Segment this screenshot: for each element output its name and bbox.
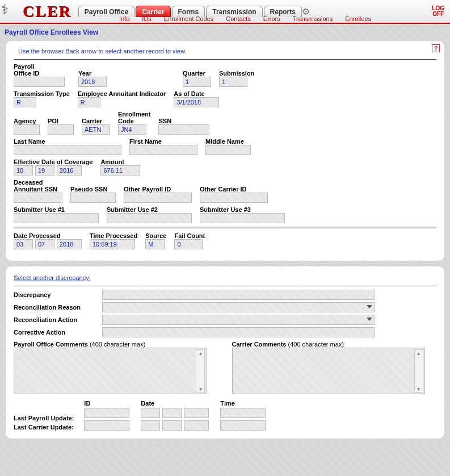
app-header: CLER Payroll Office Carrier Forms Transm…	[0, 0, 450, 24]
help-icon[interactable]: ?	[432, 44, 440, 52]
enrollee-panel: ? Use the browser Back arrow to select a…	[6, 41, 444, 261]
label-fail-count: Fail Count	[174, 232, 205, 239]
header-update-time: Time	[220, 400, 266, 407]
scrollbar-icon[interactable]: ▴▾	[196, 349, 205, 393]
field-carrier-update-date-mm	[141, 420, 160, 431]
subtab-contacts[interactable]: Contacts	[226, 15, 250, 22]
field-payroll-update-date-mm	[141, 408, 160, 418]
header-update-date: Date	[141, 400, 209, 407]
sub-tabs: Info IDs Enrollment Codes Contacts Error…	[119, 15, 371, 22]
field-carrier-update-id	[84, 420, 129, 431]
field-corrective	[102, 327, 375, 337]
field-carrier: AETN	[82, 124, 110, 135]
field-carrier-update-date-dd	[162, 420, 182, 431]
subtab-transmissions[interactable]: Transmissions	[293, 15, 333, 22]
field-sub1	[14, 213, 99, 223]
label-recon-action: Reconciliation Action	[14, 316, 99, 323]
field-sub3	[200, 213, 285, 223]
label-other-payroll-id: Other Payroll ID	[124, 186, 192, 193]
field-payroll-update-time	[220, 408, 266, 418]
label-discrepancy: Discrepancy	[14, 291, 99, 298]
select-recon-reason[interactable]	[102, 302, 375, 312]
label-eff-date: Effective Date of Coverage	[14, 158, 92, 165]
label-last-payroll-update: Last Payroll Update:	[14, 415, 74, 421]
field-first-name	[129, 145, 197, 155]
field-ssn	[158, 124, 209, 135]
label-date-processed: Date Processed	[14, 232, 82, 239]
textarea-po-comments[interactable]: ▴▾	[14, 348, 207, 394]
field-transmission-type: R	[14, 97, 36, 107]
label-first-name: First Name	[129, 138, 197, 145]
field-discrepancy	[102, 290, 375, 300]
label-source: Source	[145, 232, 166, 239]
label-carrier: Carrier	[82, 118, 110, 124]
field-emp-ann-ind: R	[78, 97, 100, 107]
label-amount: Amount	[100, 158, 140, 165]
label-deceased-ssn: DeceasedAnnuitant SSN	[14, 179, 62, 193]
label-year: Year	[78, 70, 107, 77]
label-corrective: Corrective Action	[14, 329, 99, 336]
header-update-id: ID	[84, 400, 129, 407]
label-carrier-comments: Carrier Comments (400 character max)	[232, 341, 437, 348]
label-agency: Agency	[14, 118, 40, 124]
field-payroll-update-id	[84, 408, 129, 418]
subtab-errors[interactable]: Errors	[263, 15, 280, 22]
field-eff-dd: 19	[35, 165, 54, 176]
field-dp-mm: 03	[14, 239, 33, 249]
label-as-of-date: As of Date	[174, 90, 219, 97]
label-other-carrier-id: Other Carrier ID	[200, 186, 268, 193]
field-dp-dd: 07	[35, 239, 54, 249]
label-time-processed: Time Processed	[90, 232, 137, 239]
subtab-enrollment-codes[interactable]: Enrollment Codes	[164, 15, 213, 22]
field-fail-count: 0	[174, 239, 203, 249]
field-carrier-update-time	[220, 420, 266, 431]
label-sub1: Submitter Use #1	[14, 206, 99, 213]
logoff-button[interactable]: LOG OFF	[432, 6, 444, 17]
field-payroll-office-id	[14, 77, 65, 87]
label-emp-ann-ind: Employee Annuitant Indicator	[78, 90, 166, 97]
label-last-carrier-update: Last Carrier Update:	[14, 424, 74, 431]
textarea-carrier-comments[interactable]: ▴▾	[232, 348, 425, 394]
field-eff-yy: 2016	[57, 165, 82, 176]
field-pseudo-ssn	[70, 193, 116, 203]
subtab-info[interactable]: Info	[119, 15, 129, 22]
field-source: M	[145, 239, 165, 249]
label-ssn: SSN	[158, 118, 209, 124]
label-submission: Submission	[219, 70, 254, 77]
caduceus-icon	[3, 3, 12, 20]
field-dp-yy: 2018	[57, 239, 82, 249]
select-discrepancy-link[interactable]: Select another discrepancy:	[14, 274, 91, 281]
app-logo: CLER	[23, 2, 72, 20]
page-title: Payroll Office Enrollees View	[0, 24, 450, 39]
hint-text: Use the browser Back arrow to select ano…	[18, 48, 436, 55]
field-sub2	[107, 213, 192, 223]
label-pseudo-ssn: Pseudo SSN	[70, 186, 116, 193]
scrollbar-icon[interactable]: ▴▾	[414, 349, 423, 393]
subtab-enrollees[interactable]: Enrollees	[345, 15, 371, 22]
field-other-payroll-id	[124, 193, 192, 203]
label-middle-name: Middle Name	[205, 138, 251, 145]
select-recon-action[interactable]	[102, 315, 375, 325]
field-deceased-ssn	[14, 193, 62, 203]
label-sub2: Submitter Use #2	[107, 206, 192, 213]
label-poi: POI	[48, 118, 74, 124]
field-quarter: 1	[183, 77, 211, 87]
label-recon-reason: Reconciliation Reason	[14, 304, 99, 311]
label-po-comments: Payroll Office Comments (400 character m…	[14, 341, 218, 348]
label-sub3: Submitter Use #3	[200, 206, 285, 213]
field-as-of-date: 3/1/2018	[174, 97, 219, 107]
field-agency	[14, 124, 40, 135]
label-enrollment-code: EnrollmentCode	[118, 111, 150, 124]
field-last-name	[14, 145, 121, 155]
field-carrier-update-date-yy	[184, 420, 209, 431]
label-payroll-office-id: PayrollOffice ID	[14, 63, 70, 77]
field-other-carrier-id	[200, 193, 268, 203]
label-quarter: Quarter	[183, 70, 211, 77]
field-amount: 676.11	[100, 165, 140, 176]
field-middle-name	[205, 145, 251, 155]
field-eff-mm: 10	[14, 165, 33, 176]
discrepancy-panel: Select another discrepancy: Discrepancy …	[6, 266, 444, 439]
field-year: 2018	[78, 77, 107, 87]
field-payroll-update-date-dd	[162, 408, 182, 418]
subtab-ids[interactable]: IDs	[142, 15, 152, 22]
